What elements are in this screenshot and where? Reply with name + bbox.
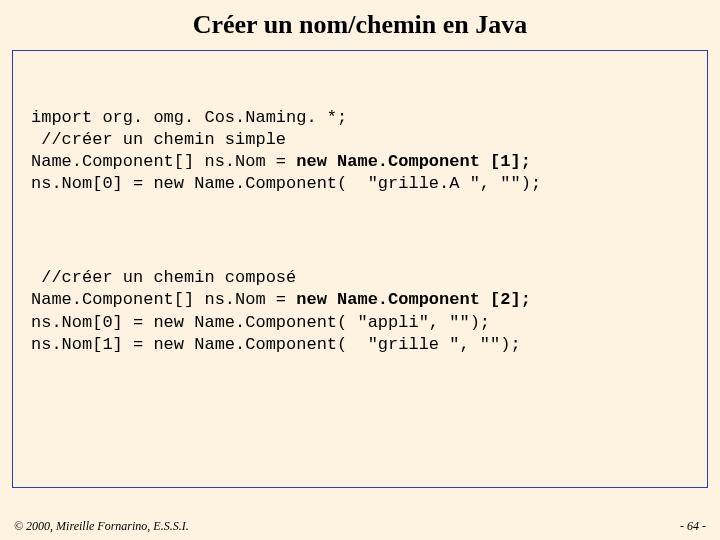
copyright: © 2000, Mireille Fornarino, E.S.S.I. (14, 519, 189, 534)
code-line: //créer un chemin simple (31, 130, 286, 149)
code-line: //créer un chemin composé (31, 268, 296, 287)
code-line: ns.Nom[1] = new Name.Component( "grille … (31, 335, 521, 354)
code-line: import org. omg. Cos.Naming. *; (31, 108, 347, 127)
code-block-1: import org. omg. Cos.Naming. *; //créer … (31, 107, 689, 195)
code-line: Name.Component[] ns.Nom = (31, 152, 296, 171)
slide-title: Créer un nom/chemin en Java (0, 0, 720, 50)
content-frame: import org. omg. Cos.Naming. *; //créer … (12, 50, 708, 488)
code-line: Name.Component[] ns.Nom = (31, 290, 296, 309)
code-line: ns.Nom[0] = new Name.Component( "appli",… (31, 313, 490, 332)
footer: © 2000, Mireille Fornarino, E.S.S.I. - 6… (14, 519, 706, 534)
code-line: ns.Nom[0] = new Name.Component( "grille.… (31, 174, 541, 193)
code-bold: new Name.Component [1]; (296, 152, 531, 171)
code-bold: new Name.Component [2]; (296, 290, 531, 309)
code-block-2: //créer un chemin composé Name.Component… (31, 267, 689, 355)
page-number: - 64 - (680, 519, 706, 534)
